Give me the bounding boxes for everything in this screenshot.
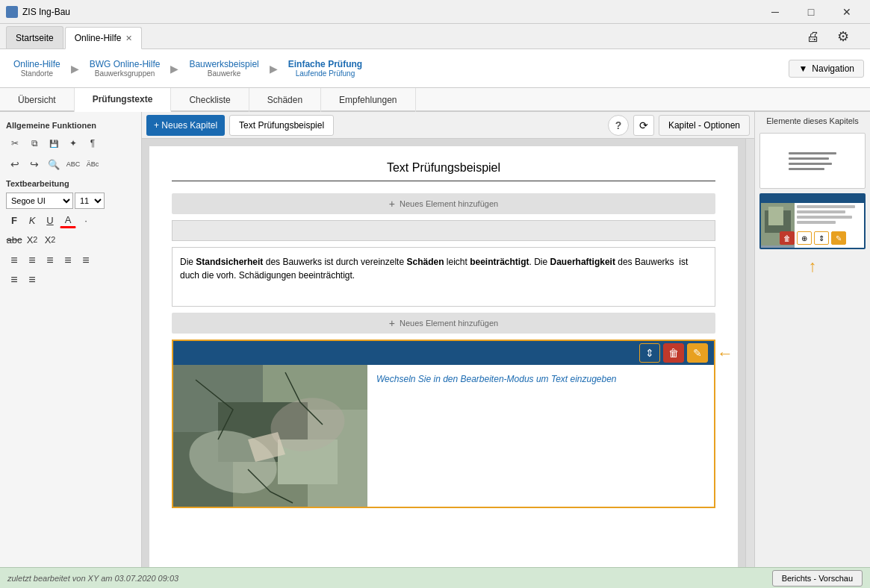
thumb-arrow-btn[interactable]: ⇕: [814, 231, 829, 245]
color-text-btn[interactable]: A: [60, 212, 76, 228]
navigation-button[interactable]: ▼ Navigation: [789, 60, 864, 78]
img-text-header: ⇕ 🗑 ✎: [173, 341, 714, 365]
scrollbar[interactable]: [745, 139, 754, 567]
align-right-btn[interactable]: ≡: [42, 252, 58, 269]
tab-checkliste[interactable]: Checkliste: [171, 88, 249, 112]
history-button[interactable]: ⟳: [633, 115, 654, 136]
breadcrumb-item-0[interactable]: Online-Hilfe Standorte: [6, 56, 68, 81]
superscript-btn[interactable]: X2: [42, 231, 58, 248]
tab-empfehlungen[interactable]: Empfehlungen: [321, 88, 415, 112]
bold-text-2: Schäden: [406, 257, 444, 267]
breadcrumb-item-2[interactable]: Bauwerksbeispiel Bauwerke: [181, 56, 266, 81]
tab-ubersicht[interactable]: Übersicht: [0, 88, 75, 112]
element-thumb-1[interactable]: [759, 133, 866, 189]
align-left-btn[interactable]: ≡: [6, 252, 22, 269]
align-btns: ≡ ≡ ≡ ≡ ≡: [6, 252, 135, 269]
right-panel-title: Elemente dieses Kapitels: [759, 116, 866, 125]
tab-startseite[interactable]: Startseite: [6, 26, 63, 49]
undo-toolbar-row: ↩ ↪ 🔍 ABC ÄBc: [6, 155, 135, 173]
bc-sub-2: Bauwerke: [208, 69, 240, 78]
arrow-up-indicator: ↑: [759, 257, 866, 276]
list-btns: ≡ ≡: [6, 272, 135, 288]
maximize-button[interactable]: □: [794, 0, 828, 24]
text-placeholder-area[interactable]: Wechseln Sie in den Bearbeiten-Modus um …: [367, 365, 714, 507]
underline-btn[interactable]: U: [42, 212, 58, 228]
subscript-btn[interactable]: X2: [24, 231, 40, 248]
font-family-select[interactable]: Segoe UI Arial: [6, 193, 73, 209]
content-toolbar: + Neues Kapitel Text Prüfungsbeispiel ? …: [142, 112, 754, 139]
copy-btn[interactable]: ⧉: [25, 134, 43, 152]
element-thumb-2[interactable]: 🗑 ⊕ ⇕ ✎: [759, 193, 866, 249]
text-block[interactable]: Die Standsicherheit des Bauwerks ist dur…: [172, 247, 715, 307]
edit-element-btn[interactable]: ✎: [687, 343, 708, 363]
element-placeholder-bar: [172, 220, 715, 241]
font-row: Segoe UI Arial 11 10 12 14: [6, 193, 135, 209]
bc-sub-0: Standorte: [21, 69, 53, 78]
move-element-btn[interactable]: ⇕: [639, 343, 660, 363]
thumb-edit-btn[interactable]: ✎: [831, 231, 846, 245]
document-scroll[interactable]: Text Prüfungsbeispiel + Neues Element hi…: [142, 139, 745, 567]
delete-element-btn[interactable]: 🗑: [663, 343, 684, 363]
bc-arrow-0: ▶: [68, 63, 82, 75]
thumb-move-btn[interactable]: ⊕: [797, 231, 812, 245]
nav-tabs: Übersicht Prüfungstexte Checkliste Schäd…: [0, 88, 870, 112]
text-edit-title: Textbearbeitung: [6, 179, 135, 188]
bc-arrow-2: ▶: [267, 63, 281, 75]
list2-btn[interactable]: ≡: [24, 272, 40, 288]
tab-online-hilfe[interactable]: Online-Hilfe ✕: [65, 27, 143, 49]
add-chapter-button[interactable]: + Neues Kapitel: [146, 115, 225, 136]
save-btn[interactable]: 💾: [45, 134, 63, 152]
general-toolbar-row: ✂ ⧉ 💾 ✦ ¶: [6, 134, 135, 152]
status-bar: zuletzt bearbeitet von XY am 03.07.2020 …: [0, 567, 870, 588]
tab-schaden[interactable]: Schäden: [249, 88, 321, 112]
preview-button[interactable]: Berichts - Vorschau: [772, 570, 863, 587]
bc-arrow-1: ▶: [167, 63, 181, 75]
nav-arrow-icon: ▼: [798, 63, 807, 74]
thumb-actions: 🗑 ⊕ ⇕ ✎: [761, 231, 864, 245]
print-icon[interactable]: 🖨: [801, 25, 825, 49]
arrow-right-indicator: ←: [717, 344, 733, 363]
undo-btn[interactable]: ↩: [6, 155, 24, 173]
right-panel: Elemente dieses Kapitels: [754, 112, 870, 567]
breadcrumb-item-3[interactable]: Einfache Prüfung Laufende Prüfung: [281, 56, 370, 81]
indent-btn[interactable]: ≡: [78, 252, 94, 269]
add-element-row-2[interactable]: + Neues Element hinzufügen: [172, 313, 715, 334]
bc-main-3: Einfache Prüfung: [288, 59, 362, 69]
format-btns: F K U A ·: [6, 212, 135, 228]
para-btn[interactable]: ¶: [84, 134, 102, 152]
align-center-btn[interactable]: ≡: [24, 252, 40, 269]
font-size-select[interactable]: 11 10 12 14: [75, 193, 105, 209]
special-btn[interactable]: ✦: [64, 134, 82, 152]
navigation-label: Navigation: [812, 63, 854, 74]
bc-main-1: BWG Online-Hilfe: [90, 59, 161, 69]
search-btn[interactable]: 🔍: [45, 155, 63, 173]
tab-close-icon[interactable]: ✕: [125, 34, 132, 43]
chapter-options-button[interactable]: Kapitel - Optionen: [659, 115, 750, 136]
align-justify-btn[interactable]: ≡: [60, 252, 76, 269]
bold-text-1: Standsicherheit: [196, 257, 263, 267]
breadcrumb-item-1[interactable]: BWG Online-Hilfe Bauwerksgruppen: [82, 56, 168, 81]
cut-btn[interactable]: ✂: [6, 134, 24, 152]
tab-prufungstexte[interactable]: Prüfungstexte: [75, 88, 172, 112]
close-button[interactable]: ✕: [830, 0, 864, 24]
add-element-label-2: Neues Element hinzufügen: [400, 319, 498, 328]
help-button[interactable]: ?: [608, 115, 629, 136]
minimize-button[interactable]: ─: [758, 0, 792, 24]
highlight-btn[interactable]: ·: [78, 212, 94, 228]
text-pruefungsbeispiel-tab[interactable]: Text Prüfungsbeispiel: [229, 115, 334, 136]
redo-btn[interactable]: ↪: [25, 155, 43, 173]
abc-check-btn[interactable]: ABC: [64, 155, 82, 173]
thumb-delete-btn[interactable]: 🗑: [780, 231, 795, 245]
list-btn[interactable]: ≡: [6, 272, 22, 288]
settings-icon[interactable]: ⚙: [831, 25, 855, 49]
titlebar-left: ZIS Ing-Bau: [6, 6, 70, 18]
text-lines-icon: [783, 146, 842, 176]
add-plus-icon-1: +: [389, 198, 395, 210]
add-element-row-1[interactable]: + Neues Element hinzufügen: [172, 193, 715, 214]
abc-fix-btn[interactable]: ÄBc: [84, 155, 102, 173]
app-icon: [6, 6, 18, 18]
bold-btn[interactable]: F: [6, 212, 22, 228]
img-text-block: ⇕ 🗑 ✎ Wechseln Sie in den Bearbeiten-Mod…: [172, 340, 715, 508]
italic-btn[interactable]: K: [24, 212, 40, 228]
strikethrough-btn[interactable]: abc: [6, 231, 22, 248]
